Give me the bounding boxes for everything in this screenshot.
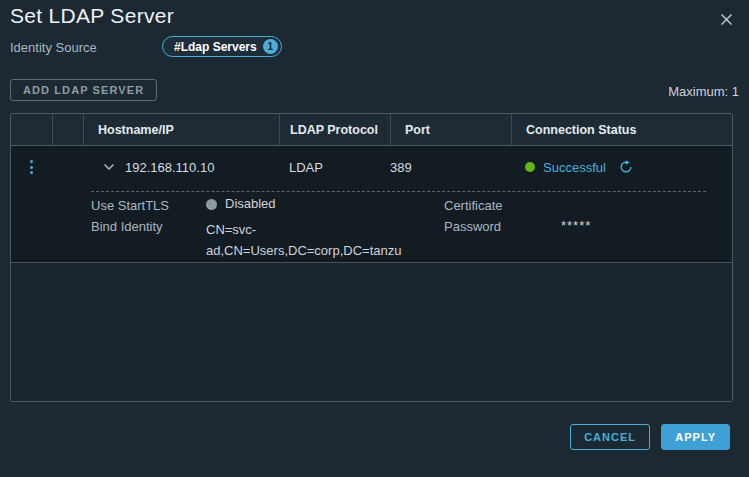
header-ldap-protocol: LDAP Protocol [279, 114, 390, 145]
starttls-state-text: Disabled [225, 196, 276, 212]
table-header-row: Hostname/IP LDAP Protocol Port Connectio… [11, 114, 732, 146]
detail-label-password: Password [444, 219, 501, 235]
detail-dashed-divider [91, 191, 706, 192]
identity-source-tag[interactable]: #Ldap Servers 1 [162, 36, 282, 57]
identity-source-count-badge: 1 [263, 39, 278, 54]
connection-status-cell: Successful [511, 160, 732, 175]
add-ldap-server-button[interactable]: ADD LDAP SERVER [10, 79, 157, 101]
header-actions-col [11, 114, 52, 145]
close-icon[interactable] [717, 10, 735, 28]
header-expander-col [52, 114, 83, 145]
row-kebab-menu-icon[interactable] [11, 157, 52, 177]
detail-value-starttls: Disabled [206, 196, 276, 212]
table-row: 192.168.110.10 LDAP 389 Successful [11, 146, 732, 263]
row-detail-panel: Use StartTLS Disabled Certificate Bind I… [11, 188, 732, 263]
header-port: Port [390, 114, 511, 145]
status-text: Successful [543, 160, 606, 175]
status-dot-disabled-icon [206, 199, 217, 210]
dialog-title: Set LDAP Server [10, 4, 174, 28]
ldap-servers-table: Hostname/IP LDAP Protocol Port Connectio… [10, 113, 733, 402]
detail-label-starttls: Use StartTLS [91, 198, 169, 214]
detail-label-certificate: Certificate [444, 198, 503, 214]
status-dot-success-icon [525, 162, 535, 172]
row-hostname-cell: 192.168.110.10 [83, 160, 279, 175]
detail-label-bind-identity: Bind Identity [91, 219, 163, 235]
maximum-label: Maximum: 1 [668, 84, 739, 99]
close-x-glyph [719, 12, 734, 27]
chevron-down-icon[interactable] [83, 163, 115, 171]
set-ldap-server-dialog: Set LDAP Server Identity Source #Ldap Se… [0, 0, 749, 477]
header-hostname: Hostname/IP [83, 114, 279, 145]
cancel-button[interactable]: CANCEL [570, 424, 650, 450]
refresh-icon[interactable] [619, 160, 633, 174]
identity-source-tag-label: #Ldap Servers [174, 40, 257, 54]
identity-source-label: Identity Source [10, 40, 97, 55]
header-connection-status: Connection Status [511, 114, 732, 145]
port-cell: 389 [390, 160, 511, 175]
apply-button[interactable]: APPLY [661, 424, 730, 450]
detail-value-bind-identity: CN=svc-ad,CN=Users,DC=corp,DC=tanzu [206, 219, 434, 261]
protocol-cell: LDAP [279, 160, 390, 175]
row-actions-cell [11, 157, 52, 177]
detail-value-password: ***** [561, 218, 591, 234]
hostname-value: 192.168.110.10 [125, 160, 214, 175]
ldap-server-row: 192.168.110.10 LDAP 389 Successful [11, 146, 732, 188]
table-empty-area [11, 263, 732, 401]
